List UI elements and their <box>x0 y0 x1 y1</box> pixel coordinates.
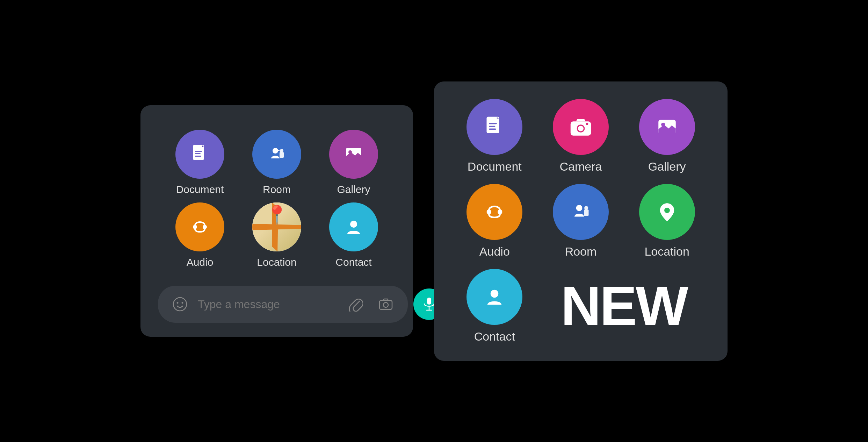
gallery-icon <box>342 143 365 165</box>
message-bar <box>154 286 399 323</box>
svg-rect-8 <box>278 150 280 151</box>
right-panel: Document Camera <box>434 81 728 361</box>
attachment-item-gallery[interactable]: Gallery <box>319 130 389 195</box>
right-attachment-item-gallery[interactable]: Gallery <box>627 99 707 173</box>
room-icon <box>266 143 288 165</box>
camera-button[interactable] <box>374 292 398 316</box>
right-camera-icon <box>568 114 593 140</box>
gallery-icon-circle <box>329 130 378 179</box>
right-audio-icon-circle <box>466 184 522 240</box>
right-attachment-item-contact[interactable]: Contact <box>455 269 534 343</box>
emoji-icon <box>173 297 187 312</box>
room-label: Room <box>263 184 291 195</box>
right-location-pin-icon <box>654 199 680 224</box>
svg-point-5 <box>273 148 278 154</box>
right-document-icon <box>482 114 507 140</box>
svg-rect-6 <box>280 152 284 158</box>
svg-rect-26 <box>489 128 496 129</box>
location-map-icon-circle: 📍 <box>252 202 301 251</box>
contact-label: Contact <box>335 256 371 268</box>
svg-point-16 <box>177 302 179 304</box>
right-contact-label: Contact <box>474 330 515 343</box>
camera-icon <box>378 297 393 312</box>
contact-icon <box>342 216 365 238</box>
attachment-grid-right: Document Camera <box>455 99 707 343</box>
svg-point-38 <box>664 207 670 213</box>
svg-rect-25 <box>489 126 496 127</box>
document-icon <box>189 143 211 165</box>
svg-point-12 <box>193 225 197 229</box>
right-attachment-item-location[interactable]: Location <box>627 184 707 258</box>
new-badge-area: NEW <box>541 269 707 343</box>
left-panel: Document Room <box>140 105 413 337</box>
svg-rect-24 <box>489 123 497 124</box>
gallery-label: Gallery <box>337 184 370 195</box>
attachment-grid-left: Document Room <box>154 119 399 279</box>
document-icon-circle <box>175 130 224 179</box>
message-input-area <box>158 286 408 323</box>
audio-icon <box>189 216 211 238</box>
new-text: NEW <box>561 274 687 338</box>
right-gallery-label: Gallery <box>648 160 686 173</box>
right-attachment-item-audio[interactable]: Audio <box>455 184 534 258</box>
right-attachment-item-room[interactable]: Room <box>541 184 621 258</box>
attachment-item-audio[interactable]: Audio <box>165 202 235 268</box>
right-room-icon-circle <box>553 184 609 240</box>
attachment-item-location[interactable]: 📍 Location <box>242 202 312 268</box>
svg-point-29 <box>578 126 584 131</box>
svg-rect-36 <box>584 209 589 216</box>
message-input[interactable] <box>198 298 338 311</box>
right-location-label: Location <box>644 245 689 258</box>
right-document-label: Document <box>468 160 522 173</box>
svg-rect-2 <box>195 151 202 152</box>
svg-point-33 <box>487 209 492 214</box>
right-contact-icon <box>482 284 507 309</box>
attachment-item-document[interactable]: Document <box>165 130 235 195</box>
right-attachment-item-camera[interactable]: Camera <box>541 99 621 173</box>
emoji-button[interactable] <box>168 292 192 316</box>
right-gallery-icon-circle <box>639 99 695 155</box>
right-audio-label: Audio <box>479 245 510 258</box>
right-contact-icon-circle <box>466 269 522 325</box>
svg-rect-1 <box>193 145 204 160</box>
right-attachment-item-document[interactable]: Document <box>455 99 534 173</box>
right-gallery-icon <box>654 114 680 140</box>
svg-point-35 <box>576 205 582 211</box>
right-room-icon <box>568 199 593 224</box>
audio-label: Audio <box>187 256 214 268</box>
right-location-icon-circle <box>639 184 695 240</box>
location-pin: 📍 <box>266 204 288 226</box>
right-camera-label: Camera <box>560 160 602 173</box>
svg-rect-4 <box>195 156 201 157</box>
audio-icon-circle <box>175 202 224 251</box>
svg-point-37 <box>584 206 588 210</box>
svg-point-13 <box>203 225 207 229</box>
svg-point-19 <box>383 302 388 307</box>
svg-point-17 <box>182 302 183 304</box>
attachment-button[interactable] <box>343 292 368 316</box>
svg-rect-23 <box>487 116 499 133</box>
svg-point-34 <box>498 209 502 214</box>
svg-point-15 <box>173 298 187 311</box>
right-room-label: Room <box>565 245 597 258</box>
room-icon-circle <box>252 130 301 179</box>
location-label: Location <box>257 256 296 268</box>
paperclip-icon <box>348 297 363 312</box>
svg-rect-20 <box>427 298 431 305</box>
attachment-item-room[interactable]: Room <box>242 130 312 195</box>
svg-point-7 <box>280 149 283 152</box>
right-audio-icon <box>482 199 507 224</box>
attachment-item-contact[interactable]: Contact <box>319 202 389 268</box>
right-document-icon-circle <box>466 99 522 155</box>
contact-icon-circle <box>329 202 378 251</box>
right-camera-icon-circle <box>553 99 609 155</box>
svg-point-30 <box>586 122 588 125</box>
document-label: Document <box>176 184 224 195</box>
svg-rect-18 <box>379 300 392 309</box>
svg-rect-3 <box>195 153 201 154</box>
svg-point-14 <box>350 221 357 228</box>
svg-point-39 <box>491 290 499 298</box>
